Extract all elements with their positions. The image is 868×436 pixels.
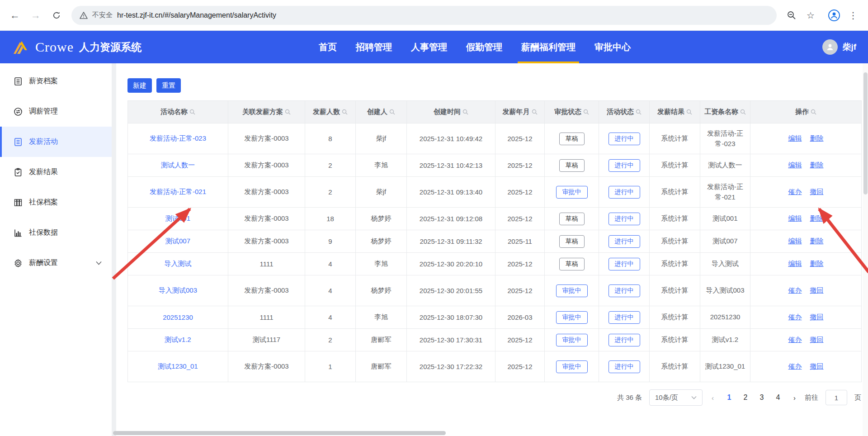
action-link-删除[interactable]: 删除	[810, 237, 824, 246]
column-search-icon[interactable]	[740, 109, 746, 115]
activity-name-link[interactable]: 20251230	[163, 313, 193, 321]
action-link-删除[interactable]: 删除	[810, 161, 824, 170]
column-search-icon[interactable]	[636, 109, 642, 115]
plan-cell: 发薪方案-0003	[228, 154, 305, 177]
top-nav-item-招聘管理[interactable]: 招聘管理	[349, 31, 398, 63]
page-number-2[interactable]: 2	[739, 393, 752, 402]
goto-label: 前往	[805, 393, 818, 402]
column-search-icon[interactable]	[583, 109, 589, 115]
approval-status-badge: 审批中	[556, 284, 588, 297]
sidebar-item-发薪活动[interactable]: 发薪活动	[0, 127, 112, 157]
action-link-编辑[interactable]: 编辑	[788, 237, 802, 246]
column-search-icon[interactable]	[389, 109, 395, 115]
top-nav-item-假勤管理[interactable]: 假勤管理	[460, 31, 509, 63]
activity-name-link[interactable]: 导入测试003	[159, 286, 197, 294]
column-search-icon[interactable]	[811, 109, 816, 115]
activity-name-link[interactable]: 测试v1.2	[165, 336, 191, 343]
vertical-scrollbar-thumb[interactable]	[863, 72, 868, 194]
page-number-4[interactable]: 4	[772, 393, 784, 402]
column-header-label: 发薪人数	[313, 108, 340, 116]
browser-reload-button[interactable]	[48, 7, 65, 24]
top-nav-item-审批中心[interactable]: 审批中心	[588, 31, 637, 63]
horizontal-scrollbar-thumb[interactable]	[113, 431, 446, 435]
reset-button[interactable]: 重置	[156, 78, 181, 93]
page-number-1[interactable]: 1	[723, 393, 736, 402]
sidebar-item-社保档案[interactable]: 社保档案	[0, 187, 112, 218]
bookmark-star-icon[interactable]: ☆	[802, 7, 819, 24]
column-search-icon[interactable]	[462, 109, 468, 115]
browser-profile-icon[interactable]	[826, 7, 843, 24]
column-search-icon[interactable]	[285, 109, 291, 115]
action-link-编辑[interactable]: 编辑	[788, 134, 802, 143]
vertical-scrollbar-track[interactable]	[863, 63, 868, 436]
prev-page-button[interactable]: ‹	[710, 394, 716, 402]
action-link-撤回[interactable]: 撤回	[810, 313, 824, 322]
browser-menu-icon[interactable]: ⋮	[844, 7, 862, 24]
action-link-催办[interactable]: 催办	[788, 362, 802, 371]
column-header-工资条名称: 工资条名称	[700, 101, 750, 123]
address-bar[interactable]: 不安全 hr-test.zjf-it.cn/#/salaryManagement…	[71, 6, 777, 25]
column-header-关联发薪方案: 关联发薪方案	[228, 101, 305, 123]
action-link-撤回[interactable]: 撤回	[810, 188, 824, 196]
action-link-编辑[interactable]: 编辑	[788, 214, 802, 223]
reload-icon	[52, 11, 61, 20]
security-warning-icon[interactable]	[80, 12, 88, 19]
pay-month-cell: 2025-12	[495, 329, 545, 351]
column-header-创建人: 创建人	[356, 101, 407, 123]
page-number-3[interactable]: 3	[755, 393, 768, 402]
activity-name-link[interactable]: 发薪活动-正常-021	[150, 188, 206, 195]
sidebar-item-薪酬设置[interactable]: 薪酬设置	[0, 248, 112, 278]
column-header-label: 发薪结果	[657, 108, 684, 116]
action-link-删除[interactable]: 删除	[810, 214, 824, 223]
browser-back-button[interactable]: ←	[6, 7, 24, 24]
activity-name-link[interactable]: 测试人数一	[161, 161, 195, 169]
activity-status-badge: 进行中	[609, 186, 640, 199]
activity-name-link[interactable]: 测试007	[165, 237, 190, 245]
action-link-撤回[interactable]: 撤回	[810, 336, 824, 344]
sidebar-item-薪资档案[interactable]: 薪资档案	[0, 66, 112, 96]
top-nav-item-人事管理[interactable]: 人事管理	[405, 31, 453, 63]
row-actions: 催办撤回	[788, 336, 824, 344]
creator-cell: 柴jf	[356, 177, 407, 208]
zoom-indicator-icon[interactable]	[783, 7, 800, 24]
goto-page-input[interactable]	[826, 390, 847, 405]
column-search-icon[interactable]	[189, 109, 195, 115]
action-link-编辑[interactable]: 编辑	[788, 161, 802, 170]
action-link-撤回[interactable]: 撤回	[810, 362, 824, 371]
pay-result-cell: 系统计算	[650, 230, 700, 253]
sidebar-item-发薪结果[interactable]: 发薪结果	[0, 157, 112, 187]
created-time-cell: 2025-12-31 09:12:08	[407, 208, 495, 230]
top-nav-item-首页[interactable]: 首页	[312, 31, 343, 63]
table-row: 测试007 发薪方案-0003 9 杨梦婷 2025-12-31 09:11:3…	[128, 230, 862, 253]
top-nav-item-薪酬福利管理[interactable]: 薪酬福利管理	[515, 31, 582, 63]
action-link-删除[interactable]: 删除	[810, 134, 824, 143]
next-page-button[interactable]: ›	[792, 394, 797, 402]
pay-result-cell: 系统计算	[650, 329, 700, 351]
activity-name-link[interactable]: 发薪活动-正常-023	[150, 134, 206, 142]
column-search-icon[interactable]	[686, 109, 692, 115]
plan-cell: 发薪方案-0003	[228, 177, 305, 208]
action-link-撤回[interactable]: 撤回	[810, 286, 824, 295]
action-link-催办[interactable]: 催办	[788, 313, 802, 322]
action-link-编辑[interactable]: 编辑	[788, 260, 802, 268]
user-menu[interactable]: 柴jf	[788, 39, 856, 55]
activity-name-link[interactable]: 导入测试	[165, 260, 192, 267]
action-link-删除[interactable]: 删除	[810, 260, 824, 268]
column-header-label: 创建人	[367, 108, 387, 116]
created-time-cell: 2025-12-30 20:20:10	[407, 253, 495, 275]
action-link-催办[interactable]: 催办	[788, 286, 802, 295]
activity-name-link[interactable]: 测试1230_01	[158, 362, 198, 370]
sidebar-item-调薪管理[interactable]: 调薪管理	[0, 96, 112, 127]
create-button[interactable]: 新建	[127, 78, 152, 93]
action-link-催办[interactable]: 催办	[788, 188, 802, 196]
column-search-icon[interactable]	[342, 109, 348, 115]
sidebar-item-社保数据[interactable]: 社保数据	[0, 218, 112, 248]
activity-name-link[interactable]: 测试001	[165, 214, 190, 222]
sidebar-item-label: 薪资档案	[29, 76, 58, 86]
action-link-催办[interactable]: 催办	[788, 336, 802, 344]
creator-cell: 杨梦婷	[356, 275, 407, 306]
table-row: 20251230 1111 4 李旭 2025-12-30 18:07:30 2…	[128, 306, 862, 329]
column-search-icon[interactable]	[532, 109, 538, 115]
page-size-select[interactable]: 10条/页	[649, 389, 703, 406]
browser-forward-button[interactable]: →	[27, 7, 44, 24]
